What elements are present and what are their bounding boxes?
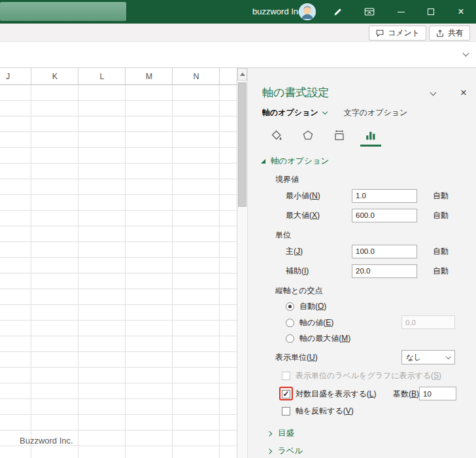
crosses-max-row: 軸の最大値(M) (248, 332, 476, 345)
reverse-order-label: 軸を反転する(V) (296, 406, 354, 417)
edit-pencil-icon[interactable] (332, 6, 345, 19)
min-value-row: 最小値(N) 自動 (248, 188, 476, 203)
comments-button[interactable]: コメント (369, 26, 426, 41)
max-value-label: 最大値(X) (286, 210, 352, 221)
pane-title: 軸の書式設定 (262, 86, 329, 99)
crosses-value-radio[interactable] (286, 319, 294, 327)
minor-unit-label: 補助(I) (286, 266, 352, 277)
expand-triangle-icon (267, 448, 272, 453)
max-value-input[interactable] (352, 209, 417, 222)
pane-header: 軸の書式設定 × (248, 68, 476, 99)
chevron-down-icon (322, 109, 327, 114)
crosses-value-label: 軸の値(E) (299, 317, 333, 328)
search-box[interactable] (0, 2, 126, 21)
major-unit-input[interactable] (352, 245, 417, 258)
minor-auto-button[interactable]: 自動 (429, 264, 452, 278)
major-auto-button[interactable]: 自動 (429, 245, 452, 258)
main-region: J K L M N Buzzword Inc. 軸の書式設定 × 軸のオプション… (0, 68, 476, 458)
user-avatar[interactable] (299, 3, 316, 20)
minor-unit-row: 補助(I) 自動 (248, 263, 476, 279)
vertical-scrollbar[interactable] (237, 68, 247, 458)
log-scale-checkbox[interactable] (282, 390, 290, 398)
command-bar: コメント 共有 (0, 24, 476, 42)
comment-bubble-icon (375, 29, 384, 38)
section-axis-options[interactable]: 軸のオプション (261, 156, 476, 166)
major-unit-label: 主(J) (286, 246, 352, 257)
column-header-j[interactable]: J (0, 68, 31, 85)
log-base-label: 基数(B) (393, 389, 419, 400)
maximize-button[interactable] (416, 0, 446, 24)
crosses-label: 縦軸との交点 (275, 285, 476, 295)
pane-menu-icon[interactable] (430, 90, 437, 96)
fill-line-icon[interactable] (266, 127, 287, 147)
min-auto-button[interactable]: 自動 (429, 189, 452, 203)
tab-text-options[interactable]: 文字のオプション (344, 107, 408, 118)
crosses-max-label: 軸の最大値(M) (299, 333, 350, 344)
pane-close-icon[interactable]: × (460, 86, 467, 99)
log-scale-row: 対数目盛を表示する(L) 基数(B) (248, 386, 476, 402)
units-label: 単位 (275, 230, 476, 239)
up-arrow-icon (240, 73, 245, 76)
display-units-label: 表示単位(U) (275, 352, 318, 363)
scroll-up-button[interactable] (237, 68, 247, 80)
tab-axis-options[interactable]: 軸のオプション (262, 107, 327, 118)
display-units-row: 表示単位(U) なし (248, 349, 476, 365)
min-value-input[interactable] (352, 189, 417, 203)
collapse-triangle-icon (261, 159, 265, 164)
expand-formula-bar-icon[interactable] (463, 50, 469, 57)
crosses-auto-radio[interactable] (286, 302, 294, 311)
column-header-l[interactable]: L (78, 68, 126, 85)
avatar-face-icon (299, 3, 316, 20)
show-units-label-text: 表示単位のラベルをグラフに表示する(S) (296, 370, 441, 381)
format-axis-pane: 軸の書式設定 × 軸のオプション 文字のオプション (247, 68, 476, 458)
sheet-grid[interactable]: Buzzword Inc. (0, 85, 237, 458)
column-headers: J K L M N (0, 68, 237, 85)
section-axis-options-label: 軸のオプション (271, 156, 329, 167)
section-tick-marks-label: 目盛 (278, 428, 294, 439)
column-header-n[interactable]: N (173, 68, 220, 85)
minor-unit-input[interactable] (352, 264, 417, 278)
display-units-value: なし (406, 353, 422, 362)
tab-axis-options-label: 軸のオプション (262, 107, 318, 118)
reverse-order-row: 軸を反転する(V) (248, 405, 476, 417)
bounds-label: 境界値 (275, 174, 476, 184)
share-label: 共有 (448, 27, 464, 39)
display-units-dropdown[interactable]: なし (401, 350, 455, 364)
show-units-label-row: 表示単位のラベルをグラフに表示する(S) (248, 370, 476, 382)
scrollbar-thumb[interactable] (238, 82, 246, 207)
crosses-auto-row: 自動(O) (248, 300, 476, 313)
pane-icon-tabs (266, 125, 476, 147)
section-tick-marks[interactable]: 目盛 (267, 428, 476, 439)
reverse-order-checkbox[interactable] (282, 407, 290, 415)
max-auto-button[interactable]: 自動 (429, 209, 452, 222)
column-header-m[interactable]: M (126, 68, 173, 85)
section-labels[interactable]: ラベル (267, 446, 476, 457)
major-unit-row: 主(J) 自動 (248, 243, 476, 259)
max-value-row: 最大値(X) 自動 (248, 207, 476, 223)
column-header-k[interactable]: K (31, 68, 78, 85)
ribbon-display-options-icon[interactable] (364, 6, 377, 19)
crosses-value-row: 軸の値(E) (248, 315, 476, 330)
size-properties-icon[interactable] (329, 127, 350, 147)
log-base-input[interactable] (419, 387, 456, 400)
crosses-max-radio[interactable] (286, 334, 294, 343)
sheet-cell-text: Buzzword Inc. (20, 436, 73, 446)
show-units-label-checkbox (282, 372, 290, 380)
crosses-value-input (401, 315, 455, 329)
spreadsheet: J K L M N Buzzword Inc. (0, 68, 237, 458)
min-value-label: 最小値(N) (286, 190, 352, 202)
window-title: buzzword Inc. (252, 0, 305, 24)
axis-options-icon[interactable] (360, 127, 381, 147)
expand-triangle-icon (267, 431, 272, 436)
effects-icon[interactable] (298, 127, 318, 147)
chevron-down-icon (445, 354, 450, 359)
formula-bar[interactable] (0, 42, 476, 68)
share-button[interactable]: 共有 (429, 26, 470, 41)
title-bar: buzzword Inc. × (0, 0, 476, 24)
crosses-auto-label: 自動(O) (299, 301, 326, 312)
section-labels-label: ラベル (278, 446, 303, 457)
pane-tabs: 軸のオプション 文字のオプション (262, 107, 476, 118)
share-icon (435, 29, 445, 38)
minimize-button[interactable] (386, 0, 416, 24)
close-window-button[interactable]: × (446, 0, 476, 24)
